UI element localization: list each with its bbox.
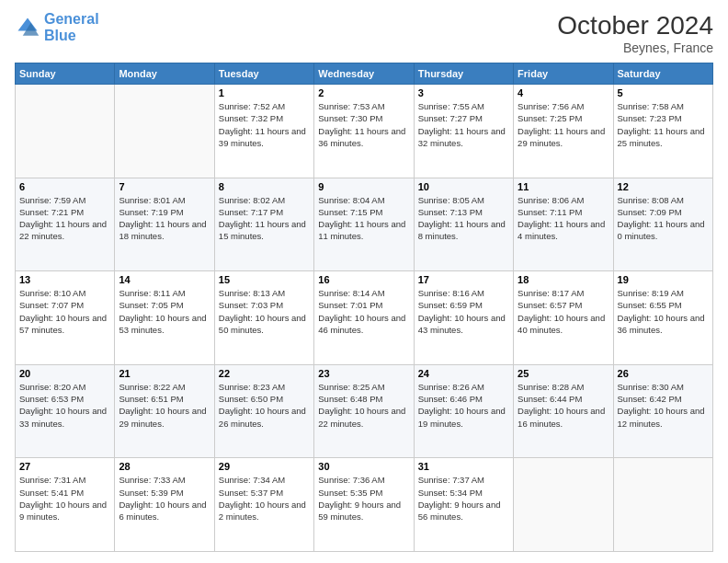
day-cell: 15Sunrise: 8:13 AMSunset: 7:03 PMDayligh… [214, 271, 313, 365]
week-row-2: 6Sunrise: 7:59 AMSunset: 7:21 PMDaylight… [16, 178, 713, 271]
day-info: Sunrise: 8:10 AMSunset: 7:07 PMDaylight:… [19, 287, 110, 336]
col-sunday: Sunday [16, 63, 115, 85]
calendar-body: 1Sunrise: 7:52 AMSunset: 7:32 PMDaylight… [16, 85, 713, 552]
day-number: 29 [219, 461, 310, 472]
day-info: Sunrise: 7:37 AMSunset: 5:34 PMDaylight:… [418, 474, 509, 523]
day-number: 1 [219, 87, 310, 98]
week-row-3: 13Sunrise: 8:10 AMSunset: 7:07 PMDayligh… [16, 271, 713, 365]
day-info: Sunrise: 8:22 AMSunset: 6:51 PMDaylight:… [119, 381, 210, 430]
day-number: 6 [19, 181, 110, 192]
col-saturday: Saturday [613, 63, 712, 85]
day-cell: 14Sunrise: 8:11 AMSunset: 7:05 PMDayligh… [115, 271, 214, 365]
day-cell [115, 85, 214, 178]
day-number: 15 [219, 274, 310, 285]
day-number: 9 [318, 181, 409, 192]
day-cell: 12Sunrise: 8:08 AMSunset: 7:09 PMDayligh… [613, 178, 712, 271]
day-info: Sunrise: 8:19 AMSunset: 6:55 PMDaylight:… [618, 287, 709, 336]
day-info: Sunrise: 8:14 AMSunset: 7:01 PMDaylight:… [318, 287, 409, 336]
day-info: Sunrise: 8:20 AMSunset: 6:53 PMDaylight:… [19, 381, 110, 430]
day-info: Sunrise: 7:34 AMSunset: 5:37 PMDaylight:… [219, 474, 310, 523]
day-number: 7 [119, 181, 210, 192]
day-cell: 7Sunrise: 8:01 AMSunset: 7:19 PMDaylight… [115, 178, 214, 271]
day-cell: 8Sunrise: 8:02 AMSunset: 7:17 PMDaylight… [214, 178, 313, 271]
day-info: Sunrise: 8:11 AMSunset: 7:05 PMDaylight:… [119, 287, 210, 336]
day-info: Sunrise: 7:52 AMSunset: 7:32 PMDaylight:… [219, 100, 310, 149]
day-number: 24 [418, 368, 509, 379]
logo: General Blue [15, 11, 99, 43]
week-row-4: 20Sunrise: 8:20 AMSunset: 6:53 PMDayligh… [16, 364, 713, 458]
day-info: Sunrise: 8:16 AMSunset: 6:59 PMDaylight:… [418, 287, 509, 336]
day-cell: 5Sunrise: 7:58 AMSunset: 7:23 PMDaylight… [613, 85, 712, 178]
day-info: Sunrise: 8:26 AMSunset: 6:46 PMDaylight:… [418, 381, 509, 430]
month-title: October 2024 [557, 11, 713, 40]
header: General Blue October 2024 Beynes, France [15, 11, 713, 55]
col-wednesday: Wednesday [314, 63, 414, 85]
day-info: Sunrise: 8:28 AMSunset: 6:44 PMDaylight:… [518, 381, 609, 430]
day-cell: 3Sunrise: 7:55 AMSunset: 7:27 PMDaylight… [414, 85, 513, 178]
day-number: 17 [418, 274, 509, 285]
day-cell: 6Sunrise: 7:59 AMSunset: 7:21 PMDaylight… [16, 178, 115, 271]
day-cell: 24Sunrise: 8:26 AMSunset: 6:46 PMDayligh… [414, 364, 513, 458]
day-number: 19 [618, 274, 709, 285]
day-cell: 10Sunrise: 8:05 AMSunset: 7:13 PMDayligh… [414, 178, 513, 271]
day-info: Sunrise: 8:04 AMSunset: 7:15 PMDaylight:… [318, 194, 409, 243]
day-info: Sunrise: 8:23 AMSunset: 6:50 PMDaylight:… [219, 381, 310, 430]
week-row-1: 1Sunrise: 7:52 AMSunset: 7:32 PMDaylight… [16, 85, 713, 178]
day-cell: 13Sunrise: 8:10 AMSunset: 7:07 PMDayligh… [16, 271, 115, 365]
day-number: 4 [518, 87, 609, 98]
day-cell: 30Sunrise: 7:36 AMSunset: 5:35 PMDayligh… [314, 458, 414, 552]
day-info: Sunrise: 7:31 AMSunset: 5:41 PMDaylight:… [19, 474, 110, 523]
day-info: Sunrise: 7:58 AMSunset: 7:23 PMDaylight:… [618, 100, 709, 149]
day-cell: 2Sunrise: 7:53 AMSunset: 7:30 PMDaylight… [314, 85, 414, 178]
day-number: 16 [318, 274, 409, 285]
day-cell: 21Sunrise: 8:22 AMSunset: 6:51 PMDayligh… [115, 364, 214, 458]
day-info: Sunrise: 8:30 AMSunset: 6:42 PMDaylight:… [618, 381, 709, 430]
day-cell: 19Sunrise: 8:19 AMSunset: 6:55 PMDayligh… [613, 271, 712, 365]
day-cell: 26Sunrise: 8:30 AMSunset: 6:42 PMDayligh… [613, 364, 712, 458]
logo-blue: Blue [44, 28, 76, 43]
day-number: 14 [119, 274, 210, 285]
day-cell: 9Sunrise: 8:04 AMSunset: 7:15 PMDaylight… [314, 178, 414, 271]
day-cell: 27Sunrise: 7:31 AMSunset: 5:41 PMDayligh… [16, 458, 115, 552]
day-info: Sunrise: 8:02 AMSunset: 7:17 PMDaylight:… [219, 194, 310, 243]
day-info: Sunrise: 7:59 AMSunset: 7:21 PMDaylight:… [19, 194, 110, 243]
day-number: 2 [318, 87, 409, 98]
day-number: 21 [119, 368, 210, 379]
day-number: 13 [19, 274, 110, 285]
logo-general: General [44, 11, 99, 27]
col-tuesday: Tuesday [214, 63, 313, 85]
title-block: October 2024 Beynes, France [557, 11, 713, 55]
day-number: 25 [518, 368, 609, 379]
day-cell [613, 458, 712, 552]
day-cell: 22Sunrise: 8:23 AMSunset: 6:50 PMDayligh… [214, 364, 313, 458]
day-number: 18 [518, 274, 609, 285]
col-monday: Monday [115, 63, 214, 85]
day-info: Sunrise: 7:56 AMSunset: 7:25 PMDaylight:… [518, 100, 609, 149]
day-number: 30 [318, 461, 409, 472]
day-cell: 1Sunrise: 7:52 AMSunset: 7:32 PMDaylight… [214, 85, 313, 178]
day-cell: 29Sunrise: 7:34 AMSunset: 5:37 PMDayligh… [214, 458, 313, 552]
day-info: Sunrise: 7:55 AMSunset: 7:27 PMDaylight:… [418, 100, 509, 149]
day-cell: 4Sunrise: 7:56 AMSunset: 7:25 PMDaylight… [514, 85, 613, 178]
day-cell [16, 85, 115, 178]
day-info: Sunrise: 8:25 AMSunset: 6:48 PMDaylight:… [318, 381, 409, 430]
logo-text: General Blue [44, 11, 99, 43]
day-info: Sunrise: 8:01 AMSunset: 7:19 PMDaylight:… [119, 194, 210, 243]
day-number: 8 [219, 181, 310, 192]
day-info: Sunrise: 8:05 AMSunset: 7:13 PMDaylight:… [418, 194, 509, 243]
day-cell: 28Sunrise: 7:33 AMSunset: 5:39 PMDayligh… [115, 458, 214, 552]
day-number: 11 [518, 181, 609, 192]
day-number: 23 [318, 368, 409, 379]
calendar-header: Sunday Monday Tuesday Wednesday Thursday… [16, 63, 713, 85]
day-number: 10 [418, 181, 509, 192]
day-number: 28 [119, 461, 210, 472]
day-number: 22 [219, 368, 310, 379]
day-number: 26 [618, 368, 709, 379]
col-thursday: Thursday [414, 63, 513, 85]
day-info: Sunrise: 7:36 AMSunset: 5:35 PMDaylight:… [318, 474, 409, 523]
day-info: Sunrise: 7:33 AMSunset: 5:39 PMDaylight:… [119, 474, 210, 523]
day-cell: 31Sunrise: 7:37 AMSunset: 5:34 PMDayligh… [414, 458, 513, 552]
day-number: 5 [618, 87, 709, 98]
day-cell: 11Sunrise: 8:06 AMSunset: 7:11 PMDayligh… [514, 178, 613, 271]
day-info: Sunrise: 8:08 AMSunset: 7:09 PMDaylight:… [618, 194, 709, 243]
